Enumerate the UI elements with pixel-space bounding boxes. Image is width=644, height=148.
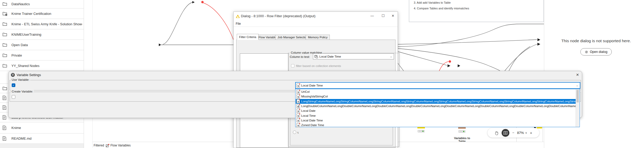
dialog-not-supported-message: This node dialog is not supported here.	[558, 39, 634, 43]
folder-icon	[3, 64, 7, 68]
sidebar-item-knime-etl-swiss-army-knife-sol[interactable]: Knime - ETL Swiss Army Knife - Solution …	[0, 19, 84, 29]
variable-dropdown-list: sUriColsMissingValStringColsLongStringCo…	[295, 89, 580, 127]
file-icon	[3, 136, 7, 141]
dropdown-item-label: UriCol	[301, 90, 310, 93]
dropdown-scrollbar[interactable]	[576, 89, 579, 127]
sidebar-item-label: Private	[11, 53, 82, 57]
dropdown-item-5[interactable]: sLocal Time	[296, 113, 576, 118]
dropdown-item-2[interactable]: sLongStringColumnNameLongStringColumnNam…	[296, 99, 576, 104]
file-icon	[3, 105, 7, 110]
annotation-edge-line-right	[543, 127, 543, 142]
open-dialog-button-label: Open dialog	[590, 50, 607, 54]
folder-icon	[3, 2, 7, 6]
sidebar-item-readme-md[interactable]: README.md	[0, 134, 84, 144]
second-matching-radio[interactable]	[293, 131, 296, 134]
folder-icon	[3, 86, 7, 91]
dropdown-item-6[interactable]: sLocal Date Time	[296, 118, 576, 123]
column-to-test-value: Local Date Time	[319, 55, 341, 58]
dropdown-item-4[interactable]: sLocal Date	[296, 108, 576, 113]
sidebar-item-label: KNIMEUserTraining	[11, 33, 82, 36]
dropdown-item-label: Local Time	[301, 114, 316, 117]
create-variable-label: Create Variable:	[11, 90, 34, 93]
folder-icon	[3, 11, 7, 16]
knime-app-window: 3. Add add Variables to Table 4. Compare…	[0, 0, 644, 148]
variable-combobox-value: Local Date Time	[301, 84, 323, 87]
zoom-out-button[interactable]: −	[512, 131, 514, 135]
folder-icon	[3, 53, 7, 58]
dialog-tab-memory-policy[interactable]: Memory Policy	[306, 35, 330, 40]
string-type-icon: s	[297, 84, 300, 88]
dropdown-item-0[interactable]: sUriCol	[296, 89, 576, 94]
dropdown-item-7[interactable]: sZoned Date Time	[296, 123, 576, 127]
double-type-icon: d	[297, 104, 300, 108]
collection-elements-checkbox[interactable]	[291, 64, 294, 67]
traffic-light-variables-to-table	[458, 130, 465, 133]
annotation-line-1: 3. Add add Variables to Table	[414, 1, 451, 4]
string-type-icon: s	[297, 118, 300, 122]
menu-file[interactable]: File	[236, 22, 241, 26]
sidebar-item-knimeusertraining[interactable]: KNIMEUserTraining	[0, 29, 84, 40]
string-type-icon: s	[297, 90, 300, 94]
dropdown-item-3[interactable]: dLongDoubleColumnNameLongDoubleColumnNam…	[296, 104, 576, 108]
chevron-down-icon: ⌄	[390, 55, 392, 58]
zoom-in-button[interactable]: +	[530, 131, 532, 135]
local-date-time-icon	[314, 55, 318, 58]
dropdown-item-label: LongStringColumnNameLongStringColumnName…	[301, 100, 576, 103]
string-type-icon: s	[297, 114, 300, 118]
string-type-icon: s	[297, 109, 300, 113]
sidebar-item-knime[interactable]: Knime	[0, 122, 84, 134]
annotation-line-2: 4. Compare Tables and identify mismatche…	[414, 7, 469, 10]
folder-icon	[3, 22, 7, 26]
dialog-title: Dialog - 8:1000 - Row Filter (deprecated…	[241, 14, 316, 18]
dropdown-item-label: LongDoubleColumnNameLongDoubleColumnName…	[301, 104, 576, 108]
create-variable-checkbox[interactable]	[12, 95, 15, 99]
dialog-tab-job-manager-selection[interactable]: Job Manager Selection	[275, 35, 311, 40]
sidebar-item-knime-trainer-certification[interactable]: Knime Trainer Certification	[0, 9, 84, 19]
chevron-down-icon: ⌄	[576, 84, 578, 87]
variable-settings-title: Variable Settings	[17, 73, 41, 77]
minimize-button[interactable]: —	[370, 14, 375, 18]
dropdown-item-label: MissingValStringCol	[301, 95, 328, 98]
use-variable-checkbox[interactable]: ✓	[12, 83, 15, 87]
scrollbar-thumb[interactable]	[576, 90, 579, 102]
flow-variables-icon	[106, 144, 110, 147]
variable-combobox[interactable]: s Local Date Time ⌄	[295, 82, 580, 89]
gear-icon	[585, 50, 588, 54]
sidebar-item-open-data[interactable]: Open Data	[0, 40, 84, 50]
sidebar-item-datanautics[interactable]: DataNautics	[0, 0, 84, 9]
column-to-test-combobox[interactable]: Local Date Time ⌄	[313, 53, 394, 59]
warning-triangle-icon	[236, 15, 240, 18]
close-button[interactable]: ✕	[390, 14, 396, 18]
close-icon[interactable]: ✕	[576, 73, 579, 77]
sidebar-item-label: README.md	[11, 137, 82, 140]
file-icon	[3, 126, 7, 130]
pan-hand-icon[interactable]	[495, 131, 499, 135]
zoom-chevron-icon[interactable]: ∨	[525, 131, 527, 134]
menubar-divider	[234, 27, 398, 27]
workflow-annotation: 3. Add add Variables to Table 4. Compare…	[409, 0, 544, 22]
sidebar-item-label: DataNautics	[11, 2, 82, 6]
open-dialog-button[interactable]: Open dialog	[580, 48, 612, 56]
dropdown-item-1[interactable]: sMissingValStringCol	[296, 94, 576, 99]
dropdown-item-label: Local Date Time	[301, 119, 323, 122]
traffic-light-yellow-node	[418, 130, 425, 132]
use-variable-label: Use Variable:	[11, 78, 30, 81]
maximize-button[interactable]: ☐	[380, 14, 386, 18]
minimap-button[interactable]	[502, 129, 509, 137]
file-icon	[3, 115, 7, 120]
sidebar-item-private[interactable]: Private	[0, 50, 84, 61]
collection-elements-label: filter based on collection elements	[296, 64, 341, 67]
variable-badge-icon: V	[11, 73, 15, 77]
column-to-test-label: Column to test:	[290, 55, 310, 58]
folder-icon	[3, 43, 7, 47]
canvas-zoom-toolbar: − 87% ∨ +	[488, 128, 539, 138]
dialog-tab-filter-criteria[interactable]: Filter Criteria	[237, 34, 259, 40]
zoom-level[interactable]: 87%	[517, 131, 524, 135]
sidebar-item-label: YY_Shared Nodes	[11, 64, 82, 68]
sidebar-item-label: Knime	[11, 126, 82, 130]
tab-flow-variables[interactable]: Flow Variables	[110, 144, 131, 147]
sidebar-item-label: Open Data	[11, 43, 82, 47]
sidebar-item-label: Knime Trainer Certification	[11, 12, 82, 16]
string-type-icon: s	[297, 95, 300, 98]
sidebar-item-yy-shared-nodes[interactable]: YY_Shared Nodes	[0, 61, 84, 71]
